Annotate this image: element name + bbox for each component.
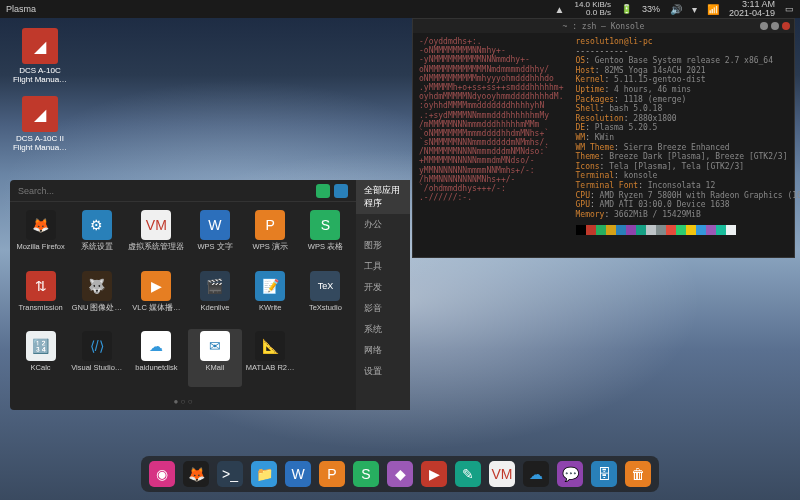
app-label: baidunetdisk <box>128 363 184 372</box>
category-sidebar: 全部应用程序办公图形工具开发影音系统网络设置 <box>356 180 410 410</box>
wifi-icon[interactable]: 📶 <box>707 4 719 15</box>
dock-item[interactable]: ✎ <box>455 461 481 487</box>
app-icon: VM <box>141 210 171 240</box>
app-icon: ☁ <box>141 331 171 361</box>
category-item[interactable]: 开发 <box>356 277 410 298</box>
app-icon: ▶ <box>141 271 171 301</box>
close-button[interactable] <box>782 22 790 30</box>
pdf-icon: ◢ <box>22 28 58 64</box>
category-item[interactable]: 图形 <box>356 235 410 256</box>
app-item[interactable]: ✉ KMail <box>188 329 241 387</box>
konsole-titlebar[interactable]: ~ : zsh — Konsole <box>413 19 794 33</box>
app-item[interactable]: W WPS 文字 <box>188 208 241 267</box>
dock-item[interactable]: ☁ <box>523 461 549 487</box>
category-item[interactable]: 办公 <box>356 214 410 235</box>
dock-item[interactable]: 💬 <box>557 461 583 487</box>
app-item[interactable]: 📝 KWrite <box>244 269 297 328</box>
dock-item[interactable]: 📁 <box>251 461 277 487</box>
app-item[interactable]: 🎬 Kdenlive <box>188 269 241 328</box>
app-icon: 🦊 <box>26 210 56 240</box>
app-label: MATLAB R2… <box>246 363 295 372</box>
netspeed-indicator: 14.0 KiB/s 0.0 B/s <box>574 1 610 17</box>
app-label: 虚拟系统管理器 <box>128 242 184 252</box>
dock-item[interactable]: W <box>285 461 311 487</box>
category-item[interactable]: 网络 <box>356 340 410 361</box>
app-label: KWrite <box>246 303 295 312</box>
launcher-search-bar <box>10 180 356 202</box>
dock-item[interactable]: 🗄 <box>591 461 617 487</box>
category-item[interactable]: 全部应用程序 <box>356 180 410 214</box>
app-icon: TeX <box>310 271 340 301</box>
app-item[interactable]: P WPS 演示 <box>244 208 297 267</box>
app-item[interactable]: ⇅ Transmission <box>14 269 67 328</box>
app-item[interactable]: 🐺 GNU 图像处… <box>69 269 124 328</box>
dock-item[interactable]: VM <box>489 461 515 487</box>
dock-item[interactable]: P <box>319 461 345 487</box>
dock-item[interactable]: 🦊 <box>183 461 209 487</box>
category-item[interactable]: 系统 <box>356 319 410 340</box>
app-label: GNU 图像处… <box>71 303 122 313</box>
neofetch-info: resolut1on@li-pc ----------- OS: Gentoo … <box>576 37 801 238</box>
app-item[interactable]: S WPS 表格 <box>299 208 352 267</box>
battery-icon[interactable]: 🔋 <box>621 4 632 14</box>
app-item[interactable]: 🦊 Mozilla Firefox <box>14 208 67 267</box>
user-icon[interactable] <box>334 184 348 198</box>
app-icon: ⇅ <box>26 271 56 301</box>
show-desktop-icon[interactable]: ▭ <box>785 4 794 14</box>
dock: ◉🦊>_📁WPS◆▶✎VM☁💬🗄🗑 <box>141 456 659 492</box>
app-icon: S <box>310 210 340 240</box>
battery-pct: 33% <box>642 4 660 14</box>
app-label: Visual Studio… <box>71 363 122 372</box>
app-label: Mozilla Firefox <box>16 242 65 251</box>
app-label: KMail <box>190 363 239 372</box>
app-grid: 🦊 Mozilla Firefox ⚙ 系统设置 VM 虚拟系统管理器 W WP… <box>10 202 356 393</box>
app-label: 系统设置 <box>71 242 122 252</box>
panel-title: Plasma <box>6 4 555 14</box>
maximize-button[interactable] <box>771 22 779 30</box>
volume-icon[interactable]: 🔊 <box>670 4 682 15</box>
app-label: Kdenlive <box>190 303 239 312</box>
dock-item[interactable]: >_ <box>217 461 243 487</box>
pdf-icon: ◢ <box>22 96 58 132</box>
dock-item[interactable]: ◉ <box>149 461 175 487</box>
dock-item[interactable]: 🗑 <box>625 461 651 487</box>
system-tray[interactable]: ▲ 14.0 KiB/s 0.0 B/s 🔋 33% 🔊 ▾ 📶 3:11 AM… <box>555 0 794 18</box>
app-icon: W <box>200 210 230 240</box>
top-panel: Plasma ▲ 14.0 KiB/s 0.0 B/s 🔋 33% 🔊 ▾ 📶 … <box>0 0 800 18</box>
app-item[interactable]: TeX TeXstudio <box>299 269 352 328</box>
app-icon: ⚙ <box>82 210 112 240</box>
app-label: Transmission <box>16 303 65 312</box>
app-item[interactable]: ▶ VLC 媒体播… <box>126 269 186 328</box>
app-item[interactable]: ⚙ 系统设置 <box>69 208 124 267</box>
dock-item[interactable]: ▶ <box>421 461 447 487</box>
category-item[interactable]: 影音 <box>356 298 410 319</box>
app-item[interactable]: ☁ baidunetdisk <box>126 329 186 387</box>
tray-up-icon[interactable]: ▲ <box>555 4 565 15</box>
app-item[interactable]: VM 虚拟系统管理器 <box>126 208 186 267</box>
app-icon: ✉ <box>200 331 230 361</box>
desktop-icon-dcs-a10c-ii[interactable]: ◢ DCS A-10C II Flight Manua… <box>12 96 68 152</box>
chevron-down-icon[interactable]: ▾ <box>692 4 697 15</box>
neofetch-logo: -/oyddmdhs+:. -oNMMMMMMMMNNmhy+- -yNMMMM… <box>419 37 564 238</box>
konsole-window[interactable]: ~ : zsh — Konsole -/oyddmdhs+:. -oNMMMMM… <box>412 18 795 258</box>
desktop-icon-dcs-a10c[interactable]: ◢ DCS A-10C Flight Manua… <box>12 28 68 84</box>
clock[interactable]: 3:11 AM 2021-04-19 <box>729 0 775 18</box>
app-label: WPS 演示 <box>246 242 295 252</box>
app-launcher: 🦊 Mozilla Firefox ⚙ 系统设置 VM 虚拟系统管理器 W WP… <box>10 180 410 410</box>
search-input[interactable] <box>18 186 316 196</box>
app-icon: 🐺 <box>82 271 112 301</box>
minimize-button[interactable] <box>760 22 768 30</box>
dock-item[interactable]: ◆ <box>387 461 413 487</box>
power-icon[interactable] <box>316 184 330 198</box>
category-item[interactable]: 设置 <box>356 361 410 382</box>
dock-item[interactable]: S <box>353 461 379 487</box>
app-label: TeXstudio <box>301 303 350 312</box>
app-item[interactable]: 📐 MATLAB R2… <box>244 329 297 387</box>
app-icon: 🔢 <box>26 331 56 361</box>
konsole-content[interactable]: -/oyddmdhs+:. -oNMMMMMMMMNNmhy+- -yNMMMM… <box>413 33 794 242</box>
app-item[interactable]: ⟨/⟩ Visual Studio… <box>69 329 124 387</box>
category-item[interactable]: 工具 <box>356 256 410 277</box>
page-dots[interactable]: ● ○ ○ <box>10 393 356 410</box>
app-item[interactable]: 🔢 KCalc <box>14 329 67 387</box>
app-label: WPS 表格 <box>301 242 350 252</box>
